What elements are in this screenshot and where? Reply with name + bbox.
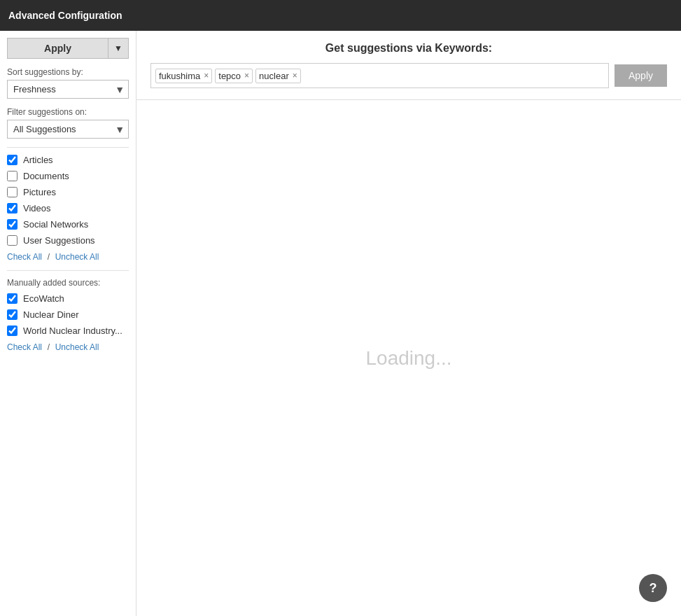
checkbox-documents-label: Documents xyxy=(23,171,69,181)
keywords-input-row: fukushima × tepco × nuclear × Apply xyxy=(150,63,667,88)
loading-text: Loading... xyxy=(366,347,452,370)
keyword-tag-nuclear-label: nuclear xyxy=(259,71,289,81)
main-content: Get suggestions via Keywords: fukushima … xyxy=(136,31,681,616)
sidebar: Apply ▼ Sort suggestions by: Freshness R… xyxy=(0,31,136,616)
apply-button[interactable]: Apply xyxy=(7,38,108,59)
apply-button-row: Apply ▼ xyxy=(7,38,129,59)
main-layout: Apply ▼ Sort suggestions by: Freshness R… xyxy=(0,31,681,616)
checkbox-user-suggestions[interactable]: User Suggestions xyxy=(7,235,129,246)
sources-check-all-link[interactable]: Check All xyxy=(7,342,42,352)
check-all-link[interactable]: Check All xyxy=(7,252,42,262)
checkbox-documents[interactable]: Documents xyxy=(7,171,129,181)
checkbox-videos[interactable]: Videos xyxy=(7,203,129,214)
keyword-tag-nuclear-remove[interactable]: × xyxy=(293,71,297,80)
keyword-tag-fukushima: fukushima × xyxy=(155,69,212,83)
keyword-tag-fukushima-remove[interactable]: × xyxy=(204,71,209,80)
keyword-tag-tepco-label: tepco xyxy=(218,71,241,81)
checkbox-articles[interactable]: Articles xyxy=(7,155,129,165)
checkbox-pictures-label: Pictures xyxy=(23,187,56,197)
checkbox-nuclear-diner-label: Nuclear Diner xyxy=(23,309,78,320)
sources-check-uncheck-row: Check All / Uncheck All xyxy=(7,342,129,352)
filter-select[interactable]: All Suggestions Articles Videos xyxy=(7,120,129,139)
divider-1 xyxy=(7,147,129,148)
keyword-tag-nuclear: nuclear × xyxy=(255,69,301,83)
checkbox-articles-label: Articles xyxy=(23,155,53,165)
keyword-tag-fukushima-label: fukushima xyxy=(159,71,200,81)
keywords-apply-button[interactable]: Apply xyxy=(615,64,667,87)
help-button[interactable]: ? xyxy=(639,574,667,602)
header: Advanced Configuration xyxy=(0,0,681,31)
checkbox-social-networks-label: Social Networks xyxy=(23,219,88,230)
keywords-bar: Get suggestions via Keywords: fukushima … xyxy=(136,31,681,100)
uncheck-all-link[interactable]: Uncheck All xyxy=(55,252,99,262)
apply-dropdown-button[interactable]: ▼ xyxy=(108,38,129,59)
keyword-tag-tepco-remove[interactable]: × xyxy=(244,71,249,80)
sort-select[interactable]: Freshness Relevance Date xyxy=(7,80,129,99)
sources-uncheck-all-link[interactable]: Uncheck All xyxy=(55,342,99,352)
checkbox-world-nuclear[interactable]: World Nuclear Industry... xyxy=(7,326,129,336)
help-icon: ? xyxy=(650,581,657,596)
separator-2: / xyxy=(48,342,50,352)
filter-label: Filter suggestions on: xyxy=(7,107,129,117)
loading-area: Loading... xyxy=(136,100,681,616)
checkbox-nuclear-diner[interactable]: Nuclear Diner xyxy=(7,309,129,320)
page-title: Advanced Configuration xyxy=(8,10,122,21)
sort-label: Sort suggestions by: xyxy=(7,67,129,77)
checkbox-ecowatch[interactable]: EcoWatch xyxy=(7,293,129,304)
checkbox-social-networks[interactable]: Social Networks xyxy=(7,219,129,230)
checkbox-videos-label: Videos xyxy=(23,203,51,214)
keywords-tags-area[interactable]: fukushima × tepco × nuclear × xyxy=(150,63,609,88)
checkbox-ecowatch-label: EcoWatch xyxy=(23,293,64,304)
checkbox-pictures[interactable]: Pictures xyxy=(7,187,129,197)
filter-select-wrapper: All Suggestions Articles Videos ▼ xyxy=(7,120,129,139)
content-check-uncheck-row: Check All / Uncheck All xyxy=(7,251,129,262)
checkbox-user-suggestions-label: User Suggestions xyxy=(23,235,95,246)
manual-sources-label: Manually added sources: xyxy=(7,278,129,288)
keywords-title: Get suggestions via Keywords: xyxy=(325,42,492,55)
divider-2 xyxy=(7,270,129,271)
keyword-input[interactable] xyxy=(304,69,604,83)
sort-select-wrapper: Freshness Relevance Date ▼ xyxy=(7,80,129,99)
checkbox-world-nuclear-label: World Nuclear Industry... xyxy=(23,326,122,336)
separator-1: / xyxy=(48,252,50,262)
keyword-tag-tepco: tepco × xyxy=(215,69,253,83)
